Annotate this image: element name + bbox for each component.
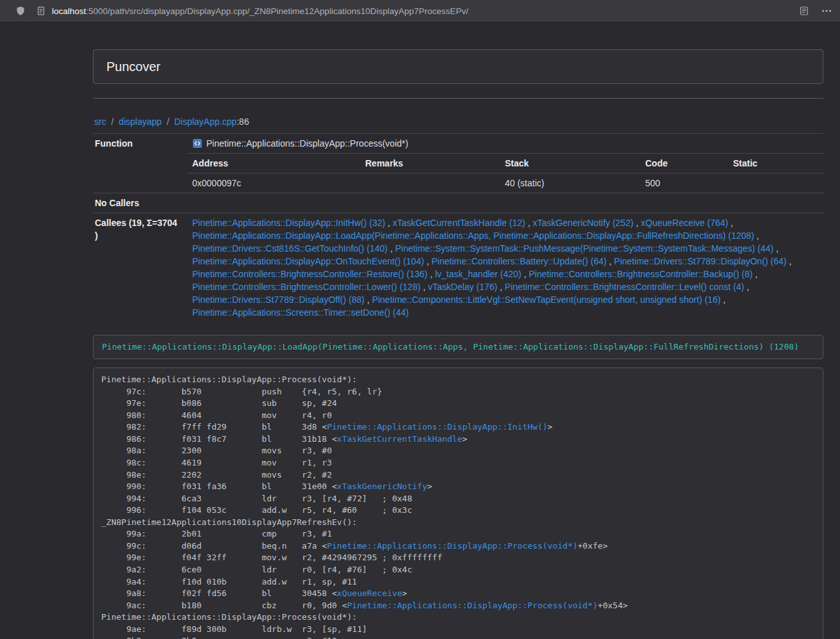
code-symbol-link[interactable]: xTaskGenericNotify	[337, 481, 427, 491]
code-line: Pinetime::Applications::DisplayApp::Proc…	[101, 374, 815, 386]
code-line: 990: f031 fa36 bl 31e00 <xTaskGenericNot…	[101, 481, 815, 493]
url-bar[interactable]: localhost:5000/path/src/displayapp/Displ…	[36, 6, 799, 16]
callee-link[interactable]: Pinetime::Applications::DisplayApp::OnTo…	[192, 256, 424, 266]
callee-separator: ,	[728, 218, 733, 228]
code-line: 99e: f04f 32ff mov.w r2, #4294967295 ; 0…	[101, 552, 815, 564]
callee-separator: ,	[607, 256, 614, 266]
callee-link[interactable]: xTaskGenericNotify (252)	[532, 218, 633, 228]
code-line: 9a2: 6ce0 ldr r0, [r4, #76] ; 0x4c	[101, 564, 815, 576]
function-type-icon	[192, 138, 202, 149]
code-line: 98e: 2202 movs r2, #2	[101, 469, 815, 481]
callee-separator: ,	[522, 269, 529, 279]
code-line: 9ac: b180 cbz r0, 9d0 <Pinetime::Applica…	[101, 600, 815, 612]
breadcrumb-line-number: :86	[236, 117, 249, 127]
code-line: 996: f104 053c add.w r5, r4, #60 ; 0x3c	[101, 505, 815, 517]
page-info-icon[interactable]	[36, 6, 46, 16]
callee-link[interactable]: Pinetime::Drivers::St7789::DisplayOff() …	[192, 295, 365, 305]
column-header: Stack	[500, 154, 640, 174]
breadcrumb-item[interactable]: displayapp	[119, 117, 161, 127]
function-row-label: Function	[93, 134, 187, 154]
callees-label: Callees (19, Σ=3704 )	[93, 213, 187, 323]
callee-separator: ,	[634, 218, 641, 228]
callee-separator: ,	[365, 295, 372, 305]
function-table: Function Pinetime::Applications::Display…	[93, 133, 823, 322]
reader-view-icon[interactable]	[799, 6, 809, 16]
code-symbol-link[interactable]: xQueueReceive	[337, 588, 402, 598]
code-line: 9ae: f89d 300b ldrb.w r3, [sp, #11]	[101, 624, 815, 636]
callee-separator: ,	[497, 282, 505, 292]
code-line: 982: f7ff fd29 bl 3d8 <Pinetime::Applica…	[101, 421, 815, 433]
code-line: 994: 6ca3 ldr r3, [r4, #72] ; 0x48	[101, 493, 815, 505]
callee-link[interactable]: xQueueReceive (764)	[641, 218, 728, 228]
overflow-menu-icon[interactable]	[821, 6, 832, 16]
code-line: 99c: d06d beq.n a7a <Pinetime::Applicati…	[101, 540, 815, 553]
column-header: Static	[728, 154, 823, 174]
no-callers-label: No Callers	[93, 193, 187, 213]
callee-separator: ,	[721, 295, 726, 305]
callee-separator: ,	[525, 218, 533, 228]
selected-symbol-banner: Pinetime::Applications::DisplayApp::Load…	[93, 335, 823, 359]
code-line: 98a: 2300 movs r3, #0	[101, 445, 815, 457]
code-symbol-link[interactable]: xTaskGetCurrentTaskHandle	[337, 434, 463, 444]
app-title: Puncover	[106, 59, 810, 74]
callee-link[interactable]: Pinetime::Controllers::BrightnessControl…	[529, 269, 752, 279]
code-line: 986: f031 f8c7 bl 31b18 <xTaskGetCurrent…	[101, 433, 815, 446]
code-line: 99a: 2b01 cmp r3, #1	[101, 528, 815, 540]
url-host: localhost	[52, 6, 86, 16]
code-line: _ZN8Pinetime12Applications10DisplayApp7R…	[101, 517, 815, 529]
code-line: 98c: 4619 mov r1, r3	[101, 457, 815, 469]
callee-separator: ,	[773, 243, 778, 254]
callee-link[interactable]: Pinetime::Applications::Screens::Timer::…	[192, 307, 409, 318]
code-line: Pinetime::Applications::DisplayApp::Proc…	[101, 611, 815, 624]
code-symbol-link[interactable]: Pinetime::Applications::DisplayApp::Init…	[327, 422, 547, 432]
address-cell: 500	[640, 174, 728, 193]
callee-separator: ,	[388, 243, 395, 254]
callee-separator: ,	[753, 269, 758, 279]
code-symbol-link[interactable]: Pinetime::Applications::DisplayApp::Proc…	[347, 601, 598, 610]
browser-toolbar: localhost:5000/path/src/displayapp/Displ…	[0, 0, 840, 22]
callee-link[interactable]: Pinetime::Applications::DisplayApp::Init…	[192, 218, 385, 228]
callee-link[interactable]: Pinetime::Components::LittleVgl::SetNewT…	[372, 295, 721, 305]
address-table: AddressRemarksStackCodeStatic 0x0000097c…	[187, 153, 823, 193]
breadcrumb-item[interactable]: src	[94, 117, 106, 127]
callee-separator: ,	[385, 218, 393, 228]
callers-row: No Callers	[93, 193, 823, 213]
breadcrumb-separator: /	[161, 117, 174, 127]
url-path: :5000/path/src/displayapp/DisplayApp.cpp…	[86, 6, 468, 16]
address-cell	[728, 174, 823, 193]
callee-link[interactable]: Pinetime::Controllers::BrightnessControl…	[192, 282, 420, 292]
callee-link[interactable]: Pinetime::Controllers::Battery::Update()…	[432, 256, 607, 266]
callee-separator: ,	[424, 256, 432, 266]
symbol-link[interactable]: Pinetime::Applications::DisplayApp::Load…	[102, 342, 799, 352]
address-row: 0x0000097c40 (static)500	[187, 174, 823, 193]
callees-row: Callees (19, Σ=3704 ) Pinetime::Applicat…	[93, 213, 823, 323]
breadcrumb-item[interactable]: DisplayApp.cpp	[174, 117, 236, 127]
code-symbol-link[interactable]: Pinetime::Applications::DisplayApp::Proc…	[327, 541, 577, 551]
column-header: Address	[187, 154, 360, 174]
callee-link[interactable]: Pinetime::Drivers::Cst816S::GetTouchInfo…	[192, 243, 388, 254]
app-header-panel: Puncover	[93, 49, 823, 84]
callee-link[interactable]: xTaskGetCurrentTaskHandle (12)	[393, 218, 525, 228]
callee-separator: ,	[754, 231, 759, 241]
callees-list: Pinetime::Applications::DisplayApp::Init…	[187, 213, 823, 323]
callee-link[interactable]: Pinetime::Drivers::St7789::DisplayOn() (…	[614, 256, 786, 266]
code-line: 97c: b570 push {r4, r5, r6, lr}	[101, 386, 815, 398]
callee-link[interactable]: lv_task_handler (420)	[435, 269, 522, 279]
disassembly-block: Pinetime::Applications::DisplayApp::Proc…	[93, 368, 823, 639]
function-name: Pinetime::Applications::DisplayApp::Proc…	[206, 138, 408, 149]
divider	[93, 98, 823, 99]
callee-separator: ,	[787, 256, 792, 266]
callee-link[interactable]: Pinetime::Applications::DisplayApp::Load…	[192, 231, 754, 241]
address-cell: 0x0000097c	[187, 174, 360, 193]
callee-link[interactable]: Pinetime::System::SystemTask::PushMessag…	[395, 243, 774, 254]
callee-separator: ,	[420, 282, 428, 292]
callee-link[interactable]: vTaskDelay (176)	[428, 282, 497, 292]
code-line: 980: 4604 mov r4, r0	[101, 410, 815, 422]
page-content: Puncover src / displayapp / DisplayApp.c…	[93, 49, 823, 639]
column-header: Remarks	[360, 154, 500, 174]
callee-link[interactable]: Pinetime::Controllers::BrightnessControl…	[192, 269, 427, 279]
function-row: Function Pinetime::Applications::Display…	[93, 134, 823, 154]
code-line: 9a4: f10d 010b add.w r1, sp, #11	[101, 576, 815, 588]
shield-icon[interactable]	[15, 6, 26, 16]
callee-link[interactable]: Pinetime::Controllers::BrightnessControl…	[505, 282, 744, 292]
